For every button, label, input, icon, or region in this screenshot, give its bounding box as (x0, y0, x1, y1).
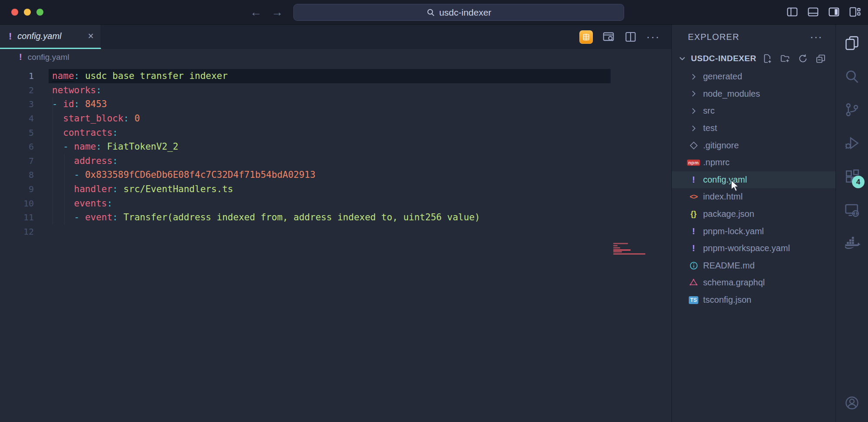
vscode-window: ← → usdc-indexer (0, 0, 868, 422)
more-actions-icon[interactable]: ··· (646, 30, 660, 44)
refresh-icon[interactable] (798, 53, 808, 64)
explorer-more-icon[interactable]: ··· (810, 30, 822, 44)
file-label: index.html (703, 192, 743, 202)
chevron-right-icon (689, 72, 698, 81)
file-tree-item-generated[interactable]: generated (672, 68, 835, 85)
toggle-panel-icon[interactable] (807, 6, 819, 18)
window-controls (11, 9, 43, 16)
search-value: usdc-indexer (439, 7, 491, 18)
back-button[interactable]: ← (250, 6, 262, 19)
line-number: 7 (0, 156, 34, 166)
file-label: package.json (703, 209, 754, 219)
file-label: generated (703, 72, 742, 82)
html-icon: <> (690, 193, 697, 201)
workspace-name: USDC-INDEXER (691, 54, 756, 63)
database-extension-icon[interactable] (579, 30, 593, 44)
code-line[interactable]: 12 (0, 225, 671, 239)
line-number: 6 (0, 141, 34, 152)
line-number: 11 (0, 212, 34, 222)
line-number: 2 (0, 85, 34, 95)
minimap-bar (613, 243, 628, 244)
minimize-window-button[interactable] (24, 9, 31, 16)
line-number: 9 (0, 184, 34, 194)
command-center-search[interactable]: usdc-indexer (293, 4, 624, 21)
file-tree: generatednode_modulessrctest.gitignorenp… (672, 68, 835, 422)
account-icon[interactable] (843, 394, 861, 412)
forward-button[interactable]: → (271, 6, 283, 19)
run-debug-icon[interactable] (843, 134, 861, 152)
collapse-folders-icon[interactable] (815, 53, 826, 64)
file-tree-item--gitignore[interactable]: .gitignore (672, 137, 835, 154)
file-tree-item-readme-md[interactable]: README.md (672, 257, 835, 275)
file-label: src (703, 106, 715, 116)
code-line[interactable]: 1name: usdc base transfer indexer (0, 69, 671, 83)
new-folder-icon[interactable] (780, 53, 790, 64)
file-tree-item-node-modules[interactable]: node_modules (672, 85, 835, 103)
customize-layout-icon[interactable] (848, 6, 861, 18)
file-tree-item-tsconfig-json[interactable]: TStsconfig.json (672, 291, 835, 309)
chevron-right-icon (689, 89, 698, 98)
explorer-view-icon[interactable] (843, 34, 861, 52)
open-preview-icon[interactable] (602, 30, 615, 43)
workspace-section-header[interactable]: USDC-INDEXER (672, 49, 835, 68)
docker-icon[interactable] (843, 235, 861, 252)
typescript-icon: TS (689, 296, 698, 304)
file-tree-item-test[interactable]: test (672, 120, 835, 137)
line-number: 4 (0, 113, 34, 124)
chevron-down-icon (677, 54, 687, 63)
code-line[interactable]: 4 start_block: 0 (0, 111, 671, 126)
file-tree-item-config-yaml[interactable]: !config.yaml (672, 171, 835, 189)
line-text: contracts: (52, 128, 118, 138)
breadcrumb[interactable]: ! config.yaml (0, 49, 671, 65)
git-icon (690, 141, 698, 150)
code-editor[interactable]: 1name: usdc base transfer indexer2networ… (0, 65, 671, 422)
toggle-primary-sidebar-icon[interactable] (786, 6, 799, 18)
search-view-icon[interactable] (843, 68, 861, 85)
code-line[interactable]: 7 address: (0, 154, 671, 168)
file-tree-item-index-html[interactable]: <>index.html (672, 188, 835, 206)
tab-config-yaml[interactable]: ! config.yaml × (0, 25, 101, 49)
line-text: - name: FiatTokenV2_2 (52, 141, 178, 152)
file-tree-item-package-json[interactable]: {}package.json (672, 206, 835, 223)
yaml-icon: ! (692, 243, 695, 253)
close-tab-icon[interactable]: × (88, 31, 94, 41)
file-label: node_modules (703, 89, 760, 99)
line-text: handler: src/EventHandlers.ts (52, 184, 233, 194)
code-line[interactable]: 8 - 0x833589fCD6eDb6E08f4c7C32D4f71b54bd… (0, 168, 671, 182)
tab-label: config.yaml (17, 31, 61, 41)
minimap-bar (613, 247, 620, 249)
line-number: 8 (0, 170, 34, 180)
code-line[interactable]: 5 contracts: (0, 125, 671, 140)
explorer-title: EXPLORER (688, 32, 740, 42)
source-control-icon[interactable] (843, 101, 861, 118)
code-line[interactable]: 9 handler: src/EventHandlers.ts (0, 182, 671, 196)
minimap-bar (613, 253, 645, 255)
remote-explorer-icon[interactable] (843, 201, 861, 219)
zoom-window-button[interactable] (36, 9, 43, 16)
file-tree-item-schema-graphql[interactable]: schema.graphql (672, 274, 835, 291)
toggle-secondary-sidebar-icon[interactable] (828, 6, 840, 18)
code-line[interactable]: 2networks: (0, 83, 671, 98)
file-label: README.md (703, 261, 755, 271)
chevron-right-icon (689, 124, 698, 133)
code-line[interactable]: 11 - event: Transfer(address indexed fro… (0, 210, 671, 225)
file-tree-item-src[interactable]: src (672, 102, 835, 120)
line-text: address: (52, 156, 118, 166)
split-editor-icon[interactable] (624, 30, 637, 43)
extensions-badge: 4 (852, 176, 865, 188)
file-tree-item--npmrc[interactable]: npm.npmrc (672, 154, 835, 171)
close-window-button[interactable] (11, 9, 18, 16)
file-tree-item-pnpm-lock-yaml[interactable]: !pnpm-lock.yaml (672, 222, 835, 240)
file-tree-item-pnpm-workspace-yaml[interactable]: !pnpm-workspace.yaml (672, 240, 835, 257)
line-number: 1 (0, 71, 34, 81)
extensions-icon[interactable]: 4 (843, 168, 861, 185)
code-line[interactable]: 6 - name: FiatTokenV2_2 (0, 140, 671, 154)
line-text: networks: (52, 85, 102, 95)
line-text: - 0x833589fCD6eDb6E08f4c7C32D4f71b54bdA0… (52, 170, 316, 180)
code-line[interactable]: 10 events: (0, 196, 671, 210)
line-number: 3 (0, 99, 34, 109)
new-file-icon[interactable] (762, 53, 773, 64)
titlebar: ← → usdc-indexer (0, 0, 868, 25)
activity-bar: 4 (835, 25, 868, 422)
code-line[interactable]: 3- id: 8453 (0, 97, 671, 111)
